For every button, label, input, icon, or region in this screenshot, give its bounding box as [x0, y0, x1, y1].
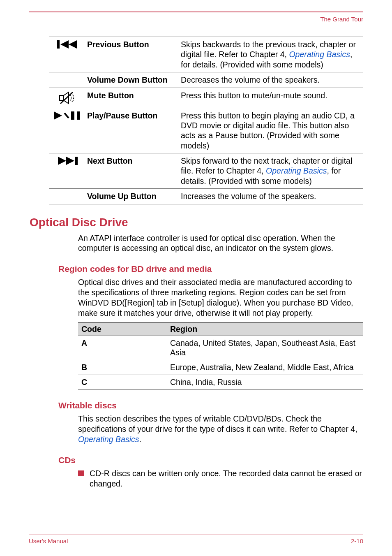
- region-code: C: [78, 375, 167, 390]
- svg-rect-9: [77, 111, 80, 120]
- heading-optical-disc-drive: Optical Disc Drive: [30, 216, 363, 229]
- button-label: Mute Button: [85, 88, 179, 108]
- link-operating-basics[interactable]: Operating Basics: [78, 435, 139, 444]
- link-operating-basics[interactable]: Operating Basics: [266, 166, 327, 175]
- svg-marker-11: [66, 157, 74, 165]
- svg-marker-6: [54, 111, 62, 120]
- next-icon: [51, 156, 84, 166]
- paragraph: Optical disc drives and their associated…: [78, 277, 363, 318]
- button-desc: Increases the volume of the speakers.: [179, 189, 363, 204]
- previous-icon: [51, 39, 84, 49]
- buttons-table: Previous Button Skips backwards to the p…: [49, 37, 363, 204]
- footer: User's Manual 2-10: [29, 535, 363, 544]
- heading-writable-discs: Writable discs: [58, 401, 363, 410]
- header-title: The Grand Tour: [29, 16, 363, 23]
- region-code: B: [78, 360, 167, 375]
- heading-region-codes: Region codes for BD drive and media: [58, 264, 363, 274]
- region-table-header-code: Code: [78, 323, 167, 336]
- main-content: Previous Button Skips backwards to the p…: [29, 37, 363, 489]
- paragraph: An ATAPI interface controller is used fo…: [78, 233, 363, 254]
- region-desc: Europe, Australia, New Zealand, Middle E…: [167, 360, 363, 375]
- bullet-text: CD-R discs can be written only once. The…: [90, 468, 363, 489]
- region-table-header-region: Region: [167, 323, 363, 336]
- svg-line-7: [65, 113, 69, 118]
- play-pause-icon: [51, 111, 84, 120]
- heading-cds: CDs: [58, 455, 363, 465]
- svg-marker-1: [60, 40, 69, 49]
- link-operating-basics[interactable]: Operating Basics: [289, 50, 350, 59]
- page: The Grand Tour Previous Button Skips bac…: [0, 0, 392, 556]
- region-code: A: [78, 336, 167, 360]
- button-desc: Press this button to mute/un-mute sound.: [179, 88, 363, 108]
- svg-marker-10: [58, 157, 66, 165]
- button-desc: Press this button to begin playing an au…: [179, 108, 363, 153]
- mute-icon: [51, 90, 84, 105]
- svg-rect-12: [75, 157, 78, 165]
- button-label: Volume Up Button: [85, 189, 179, 204]
- region-table: Code Region A Canada, United States, Jap…: [78, 322, 363, 390]
- svg-marker-2: [69, 40, 77, 49]
- region-desc: Canada, United States, Japan, Southeast …: [167, 336, 363, 360]
- header-rule: [29, 12, 363, 12]
- svg-rect-0: [57, 40, 60, 49]
- footer-left: User's Manual: [29, 537, 68, 544]
- button-label: Play/Pause Button: [85, 108, 179, 153]
- button-label: Previous Button: [85, 37, 179, 72]
- button-desc: Skips forward to the next track, chapter…: [179, 153, 363, 189]
- bullet-icon: [78, 470, 84, 476]
- svg-rect-3: [60, 95, 64, 100]
- footer-right: 2-10: [351, 537, 363, 544]
- button-desc: Skips backwards to the previous track, c…: [179, 37, 363, 72]
- button-label: Next Button: [85, 153, 179, 189]
- bullet-item: CD-R discs can be written only once. The…: [78, 468, 363, 489]
- button-label: Volume Down Button: [85, 72, 179, 88]
- paragraph: This section describes the types of writ…: [78, 414, 363, 445]
- region-desc: China, India, Russia: [167, 375, 363, 390]
- svg-rect-8: [71, 111, 74, 120]
- button-desc: Decreases the volume of the speakers.: [179, 72, 363, 88]
